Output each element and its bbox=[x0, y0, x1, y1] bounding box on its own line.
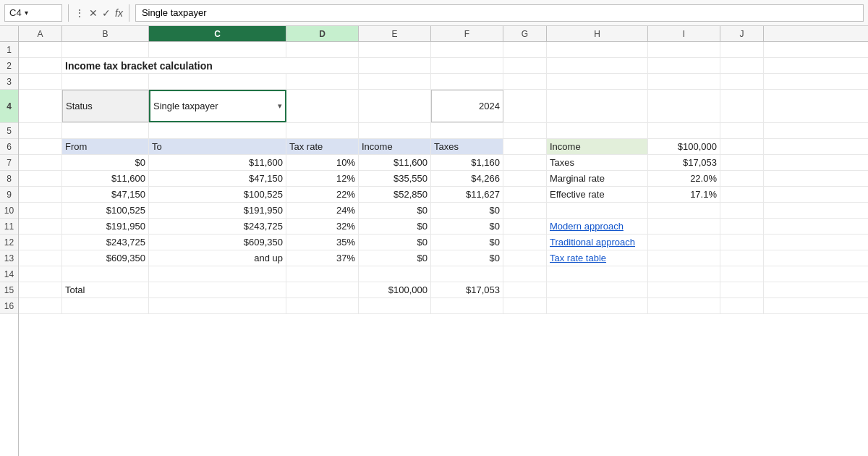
cell-j14[interactable] bbox=[720, 266, 764, 282]
col-header-c[interactable]: C bbox=[149, 26, 286, 41]
cell-c4-dropdown[interactable]: Single taxpayer ▾ bbox=[149, 90, 286, 122]
cell-a6[interactable] bbox=[19, 139, 62, 154]
cell-j4[interactable] bbox=[720, 90, 764, 122]
cell-a13[interactable] bbox=[19, 250, 62, 266]
cell-b9[interactable]: $47,150 bbox=[62, 187, 149, 202]
cell-d10[interactable]: 24% bbox=[286, 203, 359, 218]
confirm-icon[interactable]: ✓ bbox=[102, 7, 111, 19]
row-header-4[interactable]: 4 bbox=[0, 90, 18, 123]
cell-d8[interactable]: 12% bbox=[286, 171, 359, 186]
cell-i7-taxes-val[interactable]: $17,053 bbox=[648, 155, 720, 170]
cell-j6[interactable] bbox=[720, 139, 764, 154]
cell-d11[interactable]: 32% bbox=[286, 219, 359, 234]
cell-a7[interactable] bbox=[19, 155, 62, 170]
cell-h6-summary-income-label[interactable]: Income bbox=[547, 139, 648, 154]
cell-e13[interactable]: $0 bbox=[359, 250, 431, 266]
cell-a11[interactable] bbox=[19, 219, 62, 234]
cancel-icon[interactable]: ✕ bbox=[89, 7, 98, 19]
cell-g8[interactable] bbox=[503, 171, 547, 186]
cell-a5[interactable] bbox=[19, 123, 62, 138]
cell-j12[interactable] bbox=[720, 235, 764, 250]
col-header-h[interactable]: H bbox=[547, 26, 648, 41]
cell-e16[interactable] bbox=[359, 298, 431, 313]
row-header-10[interactable]: 10 bbox=[0, 203, 18, 219]
cell-g6[interactable] bbox=[503, 139, 547, 154]
cell-e4[interactable] bbox=[359, 90, 431, 122]
cell-b3[interactable] bbox=[62, 74, 149, 89]
row-header-5[interactable]: 5 bbox=[0, 123, 18, 139]
row-header-12[interactable]: 12 bbox=[0, 235, 18, 250]
cell-g10[interactable] bbox=[503, 203, 547, 218]
cell-e11[interactable]: $0 bbox=[359, 219, 431, 234]
cell-c10[interactable]: $191,950 bbox=[149, 203, 286, 218]
cell-h10[interactable] bbox=[547, 203, 648, 218]
cell-i16[interactable] bbox=[648, 298, 720, 313]
cell-f6-taxes[interactable]: Taxes bbox=[431, 139, 503, 154]
cell-e3[interactable] bbox=[359, 74, 431, 89]
cell-b6-from[interactable]: From bbox=[62, 139, 149, 154]
cell-f1[interactable] bbox=[431, 42, 503, 57]
cell-i13[interactable] bbox=[648, 250, 720, 266]
cell-d14[interactable] bbox=[286, 266, 359, 282]
col-header-g[interactable]: G bbox=[503, 26, 547, 41]
row-header-14[interactable]: 14 bbox=[0, 266, 18, 282]
cell-h1[interactable] bbox=[547, 42, 648, 57]
cell-f12[interactable]: $0 bbox=[431, 235, 503, 250]
row-header-3[interactable]: 3 bbox=[0, 74, 18, 90]
cell-h16[interactable] bbox=[547, 298, 648, 313]
cell-j16[interactable] bbox=[720, 298, 764, 313]
row-header-16[interactable]: 16 bbox=[0, 298, 18, 314]
menu-icon[interactable]: ⋮ bbox=[75, 7, 85, 19]
cell-c12[interactable]: $609,350 bbox=[149, 235, 286, 250]
cell-e14[interactable] bbox=[359, 266, 431, 282]
cell-e15-total-income[interactable]: $100,000 bbox=[359, 282, 431, 297]
cell-g16[interactable] bbox=[503, 298, 547, 313]
formula-input[interactable] bbox=[135, 4, 864, 22]
cell-h4[interactable] bbox=[547, 90, 648, 122]
cell-a1[interactable] bbox=[19, 42, 62, 57]
cell-i10[interactable] bbox=[648, 203, 720, 218]
cell-c14[interactable] bbox=[149, 266, 286, 282]
cell-h14[interactable] bbox=[547, 266, 648, 282]
cell-b13[interactable]: $609,350 bbox=[62, 250, 149, 266]
cell-f9[interactable]: $11,627 bbox=[431, 187, 503, 202]
cell-c16[interactable] bbox=[149, 298, 286, 313]
cell-c13[interactable]: and up bbox=[149, 250, 286, 266]
cell-e10[interactable]: $0 bbox=[359, 203, 431, 218]
cell-reference-box[interactable]: C4 ▾ bbox=[4, 4, 62, 22]
cell-b14[interactable] bbox=[62, 266, 149, 282]
cell-f3[interactable] bbox=[431, 74, 503, 89]
row-header-2[interactable]: 2 bbox=[0, 58, 18, 74]
cell-i14[interactable] bbox=[648, 266, 720, 282]
cell-h11-modern-link[interactable]: Modern approach bbox=[547, 219, 648, 234]
col-header-f[interactable]: F bbox=[431, 26, 503, 41]
cell-j9[interactable] bbox=[720, 187, 764, 202]
cell-g1[interactable] bbox=[503, 42, 547, 57]
cell-i8-marginal-val[interactable]: 22.0% bbox=[648, 171, 720, 186]
row-header-11[interactable]: 11 bbox=[0, 219, 18, 235]
cell-d16[interactable] bbox=[286, 298, 359, 313]
cell-g13[interactable] bbox=[503, 250, 547, 266]
cell-h3[interactable] bbox=[547, 74, 648, 89]
cell-e8[interactable]: $35,550 bbox=[359, 171, 431, 186]
row-header-9[interactable]: 9 bbox=[0, 187, 18, 203]
cell-g14[interactable] bbox=[503, 266, 547, 282]
cell-b4-status[interactable]: Status bbox=[62, 90, 149, 122]
row-header-15[interactable]: 15 bbox=[0, 282, 18, 298]
cell-h2[interactable] bbox=[547, 58, 648, 73]
cell-b1[interactable] bbox=[62, 42, 149, 57]
cell-f2[interactable] bbox=[431, 58, 503, 73]
cell-j11[interactable] bbox=[720, 219, 764, 234]
cell-c7[interactable]: $11,600 bbox=[149, 155, 286, 170]
cell-f10[interactable]: $0 bbox=[431, 203, 503, 218]
cell-h5[interactable] bbox=[547, 123, 648, 138]
cell-e2[interactable] bbox=[359, 58, 431, 73]
cell-a15[interactable] bbox=[19, 282, 62, 297]
row-header-7[interactable]: 7 bbox=[0, 155, 18, 171]
cell-b8[interactable]: $11,600 bbox=[62, 171, 149, 186]
cell-e7[interactable]: $11,600 bbox=[359, 155, 431, 170]
cell-i3[interactable] bbox=[648, 74, 720, 89]
col-header-a[interactable]: A bbox=[19, 26, 62, 41]
cell-i12[interactable] bbox=[648, 235, 720, 250]
cell-e9[interactable]: $52,850 bbox=[359, 187, 431, 202]
